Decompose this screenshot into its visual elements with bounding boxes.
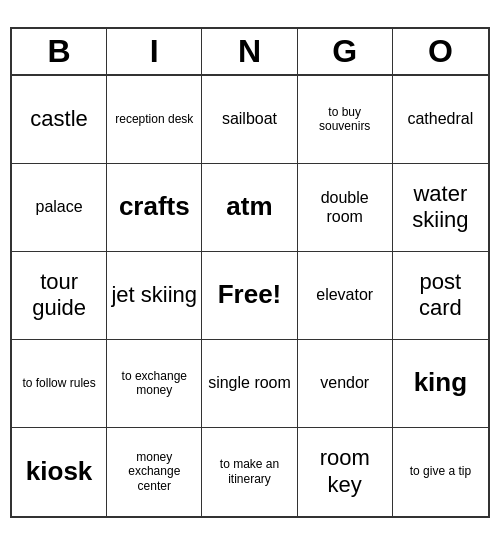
bingo-card: B I N G O castlereception desksailboatto… [10, 27, 490, 518]
bingo-cell-2[interactable]: sailboat [202, 76, 297, 164]
bingo-cell-13[interactable]: elevator [298, 252, 393, 340]
bingo-header: B I N G O [12, 29, 488, 76]
bingo-cell-7[interactable]: atm [202, 164, 297, 252]
bingo-cell-1[interactable]: reception desk [107, 76, 202, 164]
header-i: I [107, 29, 202, 74]
bingo-cell-20[interactable]: kiosk [12, 428, 107, 516]
bingo-cell-14[interactable]: post card [393, 252, 488, 340]
bingo-cell-23[interactable]: room key [298, 428, 393, 516]
bingo-cell-22[interactable]: to make an itinerary [202, 428, 297, 516]
bingo-cell-0[interactable]: castle [12, 76, 107, 164]
bingo-cell-21[interactable]: money exchange center [107, 428, 202, 516]
bingo-cell-19[interactable]: king [393, 340, 488, 428]
bingo-cell-5[interactable]: palace [12, 164, 107, 252]
header-o: O [393, 29, 488, 74]
bingo-cell-18[interactable]: vendor [298, 340, 393, 428]
bingo-cell-10[interactable]: tour guide [12, 252, 107, 340]
bingo-cell-8[interactable]: double room [298, 164, 393, 252]
bingo-cell-11[interactable]: jet skiing [107, 252, 202, 340]
bingo-cell-9[interactable]: water skiing [393, 164, 488, 252]
bingo-cell-4[interactable]: cathedral [393, 76, 488, 164]
bingo-cell-17[interactable]: single room [202, 340, 297, 428]
bingo-cell-12[interactable]: Free! [202, 252, 297, 340]
bingo-cell-24[interactable]: to give a tip [393, 428, 488, 516]
header-b: B [12, 29, 107, 74]
bingo-cell-3[interactable]: to buy souvenirs [298, 76, 393, 164]
header-g: G [298, 29, 393, 74]
bingo-cell-16[interactable]: to exchange money [107, 340, 202, 428]
bingo-cell-6[interactable]: crafts [107, 164, 202, 252]
bingo-cell-15[interactable]: to follow rules [12, 340, 107, 428]
header-n: N [202, 29, 297, 74]
bingo-grid: castlereception desksailboatto buy souve… [12, 76, 488, 516]
